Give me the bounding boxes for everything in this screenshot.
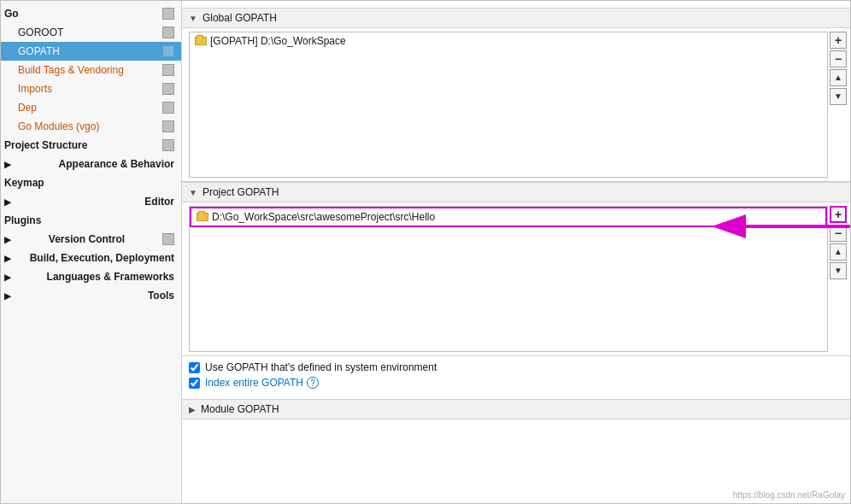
sidebar-plugins-label: Plugins	[4, 214, 41, 226]
sidebar-languages-label: Languages & Frameworks	[47, 271, 174, 283]
sidebar-item-editor[interactable]: ▶ Editor	[1, 192, 181, 211]
sidebar-item-tools[interactable]: ▶ Tools	[1, 286, 181, 305]
sidebar-imports-icon	[162, 83, 174, 95]
sidebar-item-project-structure[interactable]: Project Structure	[1, 136, 181, 155]
project-gopath-title: Project GOPATH	[202, 186, 279, 198]
module-gopath-arrow: ▶	[189, 405, 196, 414]
folder-icon-global	[195, 37, 207, 45]
content-area: ▼ Global GOPATH [GOPATH] D:\Go_WorkSpace…	[182, 1, 850, 503]
project-gopath-up-button[interactable]: ▲	[830, 243, 847, 261]
sidebar-item-go[interactable]: Go	[1, 4, 181, 23]
global-gopath-section: ▼ Global GOPATH [GOPATH] D:\Go_WorkSpace…	[182, 8, 850, 182]
project-gopath-header[interactable]: ▼ Project GOPATH	[182, 182, 850, 202]
sidebar-project-structure-icon	[162, 139, 174, 151]
sidebar-item-gopath[interactable]: GOPATH	[1, 42, 181, 61]
sidebar-item-goroot[interactable]: GOROOT	[1, 23, 181, 42]
sidebar-item-go-modules[interactable]: Go Modules (vgo)	[1, 117, 181, 136]
global-gopath-item-text-0: [GOPATH] D:\Go_WorkSpace	[210, 35, 346, 47]
sidebar-imports-label: Imports	[18, 83, 52, 95]
sidebar-version-control-icon	[162, 233, 174, 245]
project-gopath-down-button[interactable]: ▼	[830, 262, 847, 279]
global-gopath-header[interactable]: ▼ Global GOPATH	[182, 8, 850, 28]
module-gopath-header[interactable]: ▶ Module GOPATH	[182, 399, 850, 419]
global-gopath-title: Global GOPATH	[202, 12, 277, 24]
sidebar-item-imports[interactable]: Imports	[1, 79, 181, 98]
global-gopath-arrow: ▼	[189, 14, 197, 23]
global-gopath-up-button[interactable]: ▲	[830, 69, 847, 86]
project-gopath-remove-button[interactable]: −	[830, 225, 847, 242]
global-gopath-down-button[interactable]: ▼	[830, 88, 847, 105]
sidebar-item-dep[interactable]: Dep	[1, 98, 181, 117]
sidebar-go-modules-icon	[162, 120, 174, 132]
sidebar-languages-arrow: ▶	[4, 273, 11, 282]
sidebar-appearance-arrow: ▶	[4, 160, 11, 169]
global-gopath-buttons: + − ▲ ▼	[828, 28, 850, 181]
sidebar-goroot-icon	[162, 26, 174, 38]
sidebar-project-structure-label: Project Structure	[4, 139, 87, 151]
use-gopath-checkbox[interactable]	[189, 362, 200, 373]
sidebar-item-build-exec[interactable]: ▶ Build, Execution, Deployment	[1, 249, 181, 267]
sidebar-version-control-arrow: ▶	[4, 235, 11, 244]
sidebar-item-appearance[interactable]: ▶ Appearance & Behavior	[1, 155, 181, 173]
index-gopath-row: Index entire GOPATH ?	[189, 377, 843, 389]
sidebar-go-icon	[162, 8, 174, 20]
project-gopath-content: D:\Go_WorkSpace\src\awesomeProject\src\H…	[182, 202, 850, 356]
sidebar: Go GOROOT GOPATH Build Tags & Vendoring …	[1, 1, 182, 503]
global-gopath-add-button[interactable]: +	[830, 32, 847, 49]
sidebar-gopath-icon	[162, 45, 174, 57]
sidebar-build-tags-label: Build Tags & Vendoring	[18, 64, 124, 76]
project-gopath-arrow: ▼	[189, 188, 197, 197]
sidebar-item-languages[interactable]: ▶ Languages & Frameworks	[1, 267, 181, 286]
global-gopath-list: [GOPATH] D:\Go_WorkSpace	[189, 32, 828, 178]
sidebar-tools-label: Tools	[148, 290, 174, 302]
sidebar-tools-arrow: ▶	[4, 291, 11, 301]
global-gopath-remove-button[interactable]: −	[830, 50, 847, 67]
sidebar-item-version-control[interactable]: ▶ Version Control	[1, 230, 181, 249]
sidebar-goroot-label: GOROOT	[18, 26, 63, 38]
sidebar-item-plugins[interactable]: Plugins	[1, 211, 181, 230]
project-gopath-item-0[interactable]: D:\Go_WorkSpace\src\awesomeProject\src\H…	[190, 207, 827, 227]
global-gopath-content: [GOPATH] D:\Go_WorkSpace + − ▲ ▼	[182, 28, 850, 182]
sidebar-appearance-label: Appearance & Behavior	[59, 158, 174, 170]
sidebar-go-modules-label: Go Modules (vgo)	[18, 120, 99, 132]
sidebar-item-build-tags[interactable]: Build Tags & Vendoring	[1, 61, 181, 79]
module-gopath-title: Module GOPATH	[201, 403, 279, 415]
use-gopath-label: Use GOPATH that's defined in system envi…	[205, 361, 437, 373]
folder-icon-project	[197, 213, 208, 221]
sidebar-keymap-label: Keymap	[4, 177, 44, 189]
sidebar-go-label: Go	[4, 8, 19, 20]
project-gopath-list: D:\Go_WorkSpace\src\awesomeProject\src\H…	[189, 206, 828, 352]
index-gopath-label: Index entire GOPATH	[205, 377, 303, 389]
main-content: ▼ Global GOPATH [GOPATH] D:\Go_WorkSpace…	[182, 1, 850, 503]
sidebar-editor-label: Editor	[144, 196, 174, 208]
sidebar-dep-icon	[162, 102, 174, 114]
project-gopath-buttons: + − ▲ ▼	[828, 202, 850, 355]
sidebar-dep-label: Dep	[18, 102, 37, 114]
global-gopath-item-0[interactable]: [GOPATH] D:\Go_WorkSpace	[190, 32, 827, 50]
sidebar-build-exec-arrow: ▶	[4, 254, 11, 263]
sidebar-build-exec-label: Build, Execution, Deployment	[30, 252, 174, 264]
help-icon[interactable]: ?	[307, 377, 319, 389]
sidebar-item-keymap[interactable]: Keymap	[1, 173, 181, 192]
index-gopath-checkbox[interactable]	[189, 378, 200, 389]
sidebar-version-control-label: Version Control	[49, 233, 125, 245]
sidebar-gopath-label: GOPATH	[18, 45, 60, 57]
sidebar-editor-arrow: ▶	[4, 197, 11, 207]
project-gopath-item-text-0: D:\Go_WorkSpace\src\awesomeProject\src\H…	[212, 211, 435, 223]
bottom-options: Use GOPATH that's defined in system envi…	[182, 356, 850, 397]
project-gopath-add-button[interactable]: +	[830, 206, 847, 223]
project-gopath-section: ▼ Project GOPATH D:\Go_WorkSpace\src\awe…	[182, 182, 850, 503]
sidebar-build-tags-icon	[162, 64, 174, 76]
use-gopath-row: Use GOPATH that's defined in system envi…	[189, 361, 843, 373]
